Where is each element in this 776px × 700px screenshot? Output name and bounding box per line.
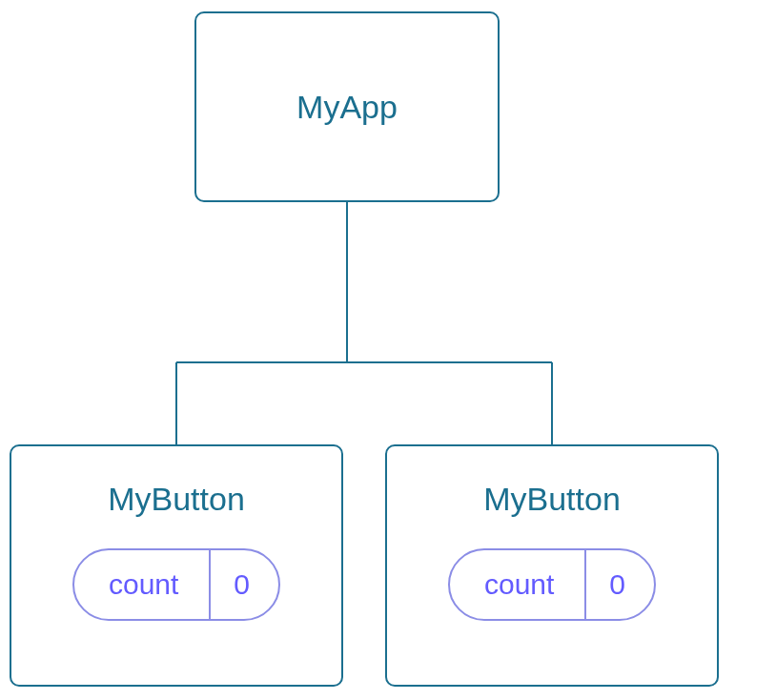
child-node-left: MyButton count 0 — [10, 444, 343, 687]
state-pill-left: count 0 — [72, 548, 280, 621]
root-node-title: MyApp — [296, 89, 398, 126]
state-pill-left-value: 0 — [211, 550, 278, 619]
state-pill-right-value: 0 — [586, 550, 654, 619]
child-node-right-title: MyButton — [483, 481, 621, 518]
state-pill-right: count 0 — [448, 548, 656, 621]
state-pill-right-label: count — [450, 550, 586, 619]
root-node-myapp: MyApp — [194, 11, 500, 202]
child-node-left-title: MyButton — [108, 481, 245, 518]
child-node-right: MyButton count 0 — [385, 444, 719, 687]
state-pill-left-label: count — [74, 550, 211, 619]
